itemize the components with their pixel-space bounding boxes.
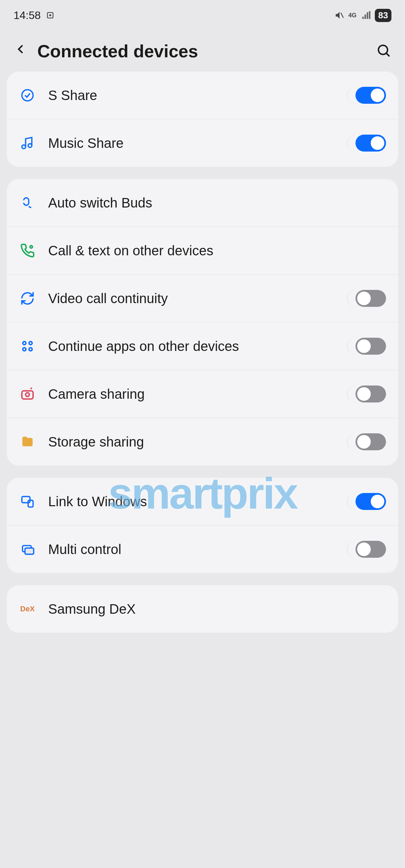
svg-line-2: [341, 13, 344, 18]
svg-point-9: [23, 341, 26, 344]
item-continue-apps[interactable]: Continue apps on other devices: [7, 322, 398, 370]
camera-icon: [19, 386, 36, 402]
signal-icon: [361, 10, 371, 21]
multi-icon: [19, 541, 36, 558]
folder-icon: [19, 433, 36, 450]
svg-point-11: [23, 348, 26, 351]
svg-point-3: [379, 45, 388, 54]
item-label: Storage sharing: [48, 433, 332, 451]
page-title: Connected devices: [37, 41, 366, 61]
status-right: 4G 83: [334, 9, 391, 22]
item-multi-control[interactable]: Multi control: [7, 526, 398, 573]
status-time: 14:58: [14, 9, 41, 22]
s-share-icon: [19, 87, 36, 104]
svg-point-12: [29, 348, 32, 351]
section-continuity: Auto switch Buds Call & text on other de…: [7, 179, 398, 466]
item-label: Continue apps on other devices: [48, 337, 332, 355]
toggle-music-share[interactable]: [347, 135, 386, 152]
dex-icon: DeX: [19, 600, 36, 617]
item-label: Multi control: [48, 540, 332, 558]
item-music-share[interactable]: Music Share: [7, 119, 398, 167]
page-header: Connected devices: [0, 27, 405, 72]
item-storage-sharing[interactable]: Storage sharing: [7, 418, 398, 466]
svg-rect-18: [25, 548, 34, 554]
item-label: Link to Windows: [48, 493, 332, 510]
toggle-storage-sharing[interactable]: [347, 433, 386, 450]
sync-icon: [19, 290, 36, 307]
svg-point-8: [30, 245, 32, 248]
section-sharing: S Share Music Share: [7, 72, 398, 167]
toggle-link-windows[interactable]: [347, 493, 386, 510]
link-icon: [19, 493, 36, 510]
item-link-windows[interactable]: Link to Windows: [7, 478, 398, 526]
svg-point-14: [26, 393, 30, 396]
item-label: S Share: [48, 86, 332, 104]
item-auto-switch-buds[interactable]: Auto switch Buds: [7, 179, 398, 227]
svg-line-4: [386, 53, 390, 56]
toggle-camera-sharing[interactable]: [347, 386, 386, 402]
buds-icon: [19, 194, 36, 211]
network-label: 4G: [348, 12, 356, 19]
toggle-multi-control[interactable]: [347, 541, 386, 558]
svg-point-1: [50, 15, 51, 16]
item-camera-sharing[interactable]: Camera sharing: [7, 370, 398, 418]
battery-badge: 83: [375, 9, 391, 22]
item-label: Camera sharing: [48, 385, 332, 403]
item-label: Video call continuity: [48, 290, 332, 307]
search-button[interactable]: [376, 43, 391, 60]
item-label: Call & text on other devices: [48, 242, 386, 259]
section-dex: DeX Samsung DeX: [7, 585, 398, 633]
svg-point-7: [28, 144, 32, 147]
rotate-icon: [45, 10, 56, 21]
item-video-call[interactable]: Video call continuity: [7, 275, 398, 322]
item-samsung-dex[interactable]: DeX Samsung DeX: [7, 585, 398, 633]
music-icon: [19, 135, 36, 152]
section-link: Link to Windows Multi control: [7, 478, 398, 573]
back-button[interactable]: [14, 41, 27, 61]
status-bar: 14:58 4G 83: [0, 0, 405, 27]
phone-icon: [19, 242, 36, 259]
svg-rect-15: [22, 496, 30, 502]
mute-icon: [334, 10, 345, 21]
toggle-continue-apps[interactable]: [347, 338, 386, 355]
toggle-video-call[interactable]: [347, 290, 386, 307]
item-label: Music Share: [48, 134, 332, 152]
svg-rect-16: [28, 500, 33, 507]
grid-icon: [19, 338, 36, 355]
svg-point-6: [22, 145, 26, 149]
item-label: Auto switch Buds: [48, 194, 386, 212]
svg-point-5: [22, 90, 33, 101]
item-call-text[interactable]: Call & text on other devices: [7, 227, 398, 275]
item-s-share[interactable]: S Share: [7, 72, 398, 119]
toggle-s-share[interactable]: [347, 87, 386, 104]
status-left: 14:58: [14, 9, 56, 22]
settings-list: S Share Music Share Auto switch Buds Cal…: [0, 72, 405, 633]
svg-point-10: [29, 341, 32, 344]
item-label: Samsung DeX: [48, 600, 386, 618]
